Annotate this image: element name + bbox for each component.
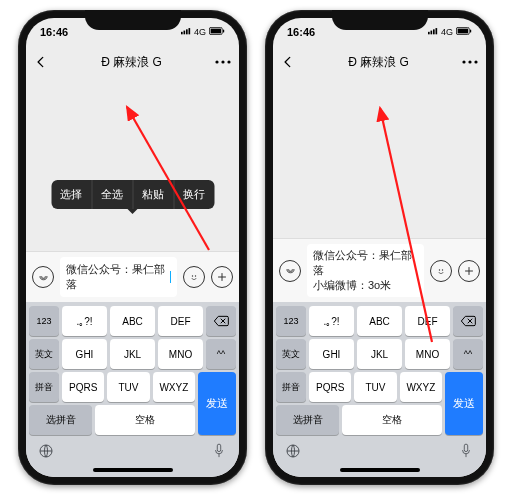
svg-point-22 [462, 60, 465, 63]
key-abc[interactable]: ABC [110, 306, 155, 336]
signal-icon [428, 27, 438, 37]
key-tuv[interactable]: TUV [107, 372, 149, 402]
key-punct[interactable]: .｡?! [309, 306, 354, 336]
plus-icon[interactable] [458, 260, 480, 282]
notch [332, 10, 428, 30]
backspace-icon [460, 315, 476, 327]
svg-point-9 [227, 60, 230, 63]
chevron-left-icon[interactable] [281, 55, 295, 69]
phone-frame-left: 16:46 4G Ð 麻辣浪 G [18, 10, 247, 485]
svg-point-27 [442, 269, 443, 270]
home-indicator[interactable] [273, 463, 486, 477]
globe-icon[interactable] [36, 441, 56, 461]
key-space[interactable]: 空格 [95, 405, 195, 435]
key-caret[interactable]: ^^ [206, 339, 236, 369]
svg-point-24 [474, 60, 477, 63]
svg-point-23 [468, 60, 471, 63]
svg-rect-14 [217, 444, 220, 451]
svg-rect-0 [181, 32, 183, 34]
svg-rect-20 [458, 29, 468, 34]
key-english[interactable]: 英文 [29, 339, 59, 369]
screen-right: 16:46 4G Ð 麻辣浪 G [273, 18, 486, 477]
globe-icon[interactable] [283, 441, 303, 461]
ctx-select-all[interactable]: 全选 [92, 180, 133, 209]
smile-icon[interactable] [183, 266, 205, 288]
battery-icon [456, 27, 472, 37]
svg-point-26 [439, 269, 440, 270]
key-pqrs[interactable]: PQRS [62, 372, 104, 402]
more-icon[interactable] [462, 60, 478, 64]
key-ghi[interactable]: GHI [62, 339, 107, 369]
home-indicator[interactable] [26, 463, 239, 477]
key-punct[interactable]: .｡?! [62, 306, 107, 336]
backspace-icon [213, 315, 229, 327]
svg-rect-16 [430, 31, 432, 35]
key-backspace[interactable] [206, 306, 236, 336]
ctx-paste[interactable]: 粘贴 [133, 180, 174, 209]
chevron-left-icon[interactable] [34, 55, 48, 69]
key-select-pinyin[interactable]: 选拼音 [29, 405, 92, 435]
keyboard-bottom-bar [26, 437, 239, 463]
key-jkl[interactable]: JKL [357, 339, 402, 369]
key-ghi[interactable]: GHI [309, 339, 354, 369]
key-def[interactable]: DEF [405, 306, 450, 336]
key-pinyin[interactable]: 拼音 [29, 372, 59, 402]
status-network: 4G [194, 27, 206, 37]
chat-area: 选择 全选 粘贴 换行 [26, 78, 239, 251]
message-text: 微信公众号：果仁部落 小编微博：3o米 [313, 248, 418, 293]
svg-rect-29 [464, 444, 467, 451]
key-english[interactable]: 英文 [276, 339, 306, 369]
key-pinyin[interactable]: 拼音 [276, 372, 306, 402]
status-time: 16:46 [40, 26, 68, 38]
key-mno[interactable]: MNO [158, 339, 203, 369]
plus-icon[interactable] [211, 266, 233, 288]
mic-icon[interactable] [209, 441, 229, 461]
phone-frame-right: 16:46 4G Ð 麻辣浪 G [265, 10, 494, 485]
mic-icon[interactable] [456, 441, 476, 461]
text-caret [170, 271, 171, 283]
key-tuv[interactable]: TUV [354, 372, 396, 402]
key-backspace[interactable] [453, 306, 483, 336]
key-wxyz[interactable]: WXYZ [153, 372, 195, 402]
key-pqrs[interactable]: PQRS [309, 372, 351, 402]
status-time: 16:46 [287, 26, 315, 38]
smile-icon[interactable] [430, 260, 452, 282]
keyboard-bottom-bar [273, 437, 486, 463]
key-123[interactable]: 123 [29, 306, 59, 336]
svg-rect-15 [428, 32, 430, 34]
voice-icon[interactable] [279, 260, 301, 282]
key-select-pinyin[interactable]: 选拼音 [276, 405, 339, 435]
svg-point-11 [192, 275, 193, 276]
nav-bar: Ð 麻辣浪 G [273, 46, 486, 78]
key-send[interactable]: 发送 [445, 372, 483, 435]
message-input[interactable]: 微信公众号：果仁部落 [60, 257, 177, 297]
key-send[interactable]: 发送 [198, 372, 236, 435]
chat-area [273, 78, 486, 238]
ctx-newline[interactable]: 换行 [174, 180, 214, 209]
key-space[interactable]: 空格 [342, 405, 442, 435]
key-abc[interactable]: ABC [357, 306, 402, 336]
nav-title: Ð 麻辣浪 G [101, 54, 162, 71]
ctx-select[interactable]: 选择 [51, 180, 92, 209]
key-123[interactable]: 123 [276, 306, 306, 336]
key-caret[interactable]: ^^ [453, 339, 483, 369]
signal-icon [181, 27, 191, 37]
svg-rect-1 [183, 31, 185, 35]
key-mno[interactable]: MNO [405, 339, 450, 369]
annotation-arrow [109, 95, 219, 255]
key-def[interactable]: DEF [158, 306, 203, 336]
nav-title: Ð 麻辣浪 G [348, 54, 409, 71]
message-text: 微信公众号：果仁部落 [66, 262, 169, 292]
svg-rect-3 [188, 28, 190, 34]
battery-icon [209, 27, 225, 37]
notch [85, 10, 181, 30]
screen-left: 16:46 4G Ð 麻辣浪 G [26, 18, 239, 477]
svg-point-7 [215, 60, 218, 63]
voice-icon[interactable] [32, 266, 54, 288]
key-jkl[interactable]: JKL [110, 339, 155, 369]
svg-rect-21 [470, 29, 471, 32]
more-icon[interactable] [215, 60, 231, 64]
key-wxyz[interactable]: WXYZ [400, 372, 442, 402]
text-context-menu: 选择 全选 粘贴 换行 [51, 180, 214, 209]
message-input[interactable]: 微信公众号：果仁部落 小编微博：3o米 [307, 244, 424, 297]
